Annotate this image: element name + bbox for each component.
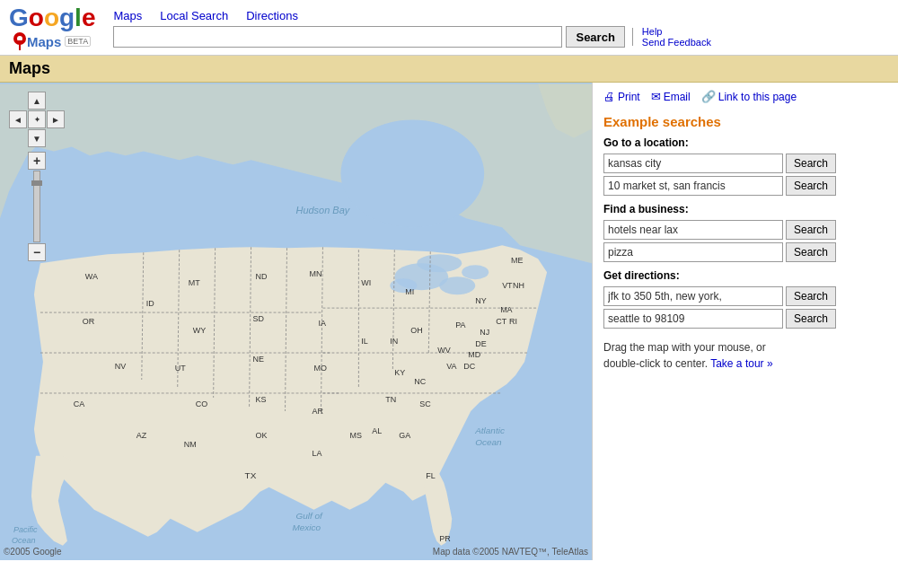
business-search-btn-1[interactable]: Search (786, 220, 836, 240)
business-example-row-1: Search (603, 220, 887, 240)
logo-o1: o (29, 4, 44, 31)
example-searches-title: Example searches (603, 114, 887, 129)
logo-l: l (75, 4, 82, 31)
zoom-out-button[interactable]: − (28, 243, 46, 261)
get-directions-title: Get directions: (603, 269, 887, 282)
svg-text:OK: OK (256, 431, 268, 440)
svg-text:MN: MN (309, 269, 321, 278)
svg-text:ME: ME (511, 256, 523, 265)
pan-center-button[interactable]: ✦ (28, 110, 46, 128)
svg-text:Ocean: Ocean (475, 437, 502, 447)
nav-down-row: ▼ (28, 129, 46, 147)
svg-text:VT: VT (502, 281, 513, 290)
directions-search-btn-1[interactable]: Search (786, 286, 836, 306)
svg-text:ID: ID (146, 299, 154, 308)
location-search-btn-2[interactable]: Search (786, 176, 836, 196)
print-link[interactable]: 🖨 Print (603, 90, 640, 103)
feedback-link[interactable]: Send Feedback (642, 37, 711, 48)
location-input-1[interactable] (603, 154, 783, 173)
logo-g2: g (59, 4, 75, 31)
nav-directions-link[interactable]: Directions (246, 9, 298, 22)
map-container[interactable]: WA OR CA ID NV AZ MT WY UT CO NM ND SD (0, 83, 593, 560)
svg-text:UT: UT (175, 364, 186, 373)
svg-text:WY: WY (193, 326, 206, 335)
svg-text:MI: MI (405, 287, 414, 296)
svg-text:MA: MA (500, 305, 512, 314)
zoom-track[interactable] (33, 171, 40, 242)
main-search-button[interactable]: Search (566, 26, 624, 48)
zoom-slider-area: + − (28, 152, 46, 261)
main-search-input[interactable] (113, 26, 562, 48)
svg-point-7 (439, 276, 475, 294)
logo-e: e (82, 4, 96, 31)
svg-text:GA: GA (399, 431, 410, 440)
zoom-thumb[interactable] (31, 180, 42, 186)
location-search-btn-1[interactable]: Search (786, 154, 836, 173)
pan-right-button[interactable]: ► (47, 110, 65, 128)
svg-text:DE: DE (475, 339, 486, 348)
directions-input-1[interactable] (603, 286, 783, 306)
map-svg: WA OR CA ID NV AZ MT WY UT CO NM ND SD (0, 83, 592, 560)
svg-text:OH: OH (410, 326, 422, 335)
email-icon: ✉ (651, 90, 661, 103)
svg-text:AR: AR (312, 407, 323, 416)
pan-down-button[interactable]: ▼ (28, 129, 46, 147)
svg-text:VA: VA (446, 362, 456, 371)
link-icon: 🔗 (701, 90, 716, 103)
svg-text:NM: NM (184, 440, 197, 449)
svg-text:NJ: NJ (480, 328, 489, 337)
google-logo: Google (9, 5, 95, 31)
pan-up-button[interactable]: ▲ (28, 92, 46, 110)
svg-text:CO: CO (196, 399, 207, 408)
svg-text:IA: IA (318, 319, 325, 328)
svg-text:KS: KS (256, 395, 267, 404)
email-label: Email (664, 91, 691, 103)
svg-text:AZ: AZ (136, 431, 147, 440)
link-label: Link to this page (718, 91, 797, 103)
svg-text:NV: NV (115, 362, 126, 371)
svg-text:MO: MO (313, 364, 326, 373)
directions-input-2[interactable] (603, 309, 783, 329)
svg-text:SC: SC (419, 399, 431, 408)
svg-text:Hudson Bay: Hudson Bay (296, 205, 351, 215)
take-a-tour-link[interactable]: Take a tour » (710, 357, 772, 370)
business-input-1[interactable] (603, 220, 783, 240)
link-to-page-link[interactable]: 🔗 Link to this page (701, 90, 797, 103)
svg-text:Ocean: Ocean (12, 536, 35, 545)
location-input-2[interactable] (603, 176, 783, 196)
svg-text:MS: MS (349, 431, 361, 440)
svg-text:Gulf of: Gulf of (296, 511, 324, 521)
svg-point-5 (340, 119, 484, 227)
logo-o2: o (44, 4, 59, 31)
svg-text:FL: FL (426, 471, 435, 480)
pan-left-button[interactable]: ◄ (9, 110, 27, 128)
svg-text:ND: ND (256, 272, 268, 281)
nav-local-search-link[interactable]: Local Search (160, 9, 228, 22)
go-to-location-title: Go to a location: (603, 136, 887, 149)
map-copyright: ©2005 Google (4, 547, 62, 557)
svg-text:PR: PR (439, 534, 451, 543)
svg-point-9 (462, 265, 489, 279)
nav-mid-row: ◄ ✦ ► (9, 110, 65, 128)
svg-text:NY: NY (475, 296, 486, 305)
print-icon: 🖨 (603, 90, 615, 103)
svg-text:PA: PA (455, 320, 465, 329)
svg-point-8 (417, 254, 462, 272)
business-search-btn-2[interactable]: Search (786, 242, 836, 262)
nav-maps-link[interactable]: Maps (113, 9, 142, 22)
main-content: WA OR CA ID NV AZ MT WY UT CO NM ND SD (0, 83, 898, 560)
directions-search-btn-2[interactable]: Search (786, 309, 836, 329)
svg-text:WI: WI (361, 278, 371, 287)
zoom-in-button[interactable]: + (28, 152, 46, 170)
email-link[interactable]: ✉ Email (651, 90, 691, 103)
logo-area: Google Maps BETA (9, 5, 95, 51)
logo-g: G (9, 4, 29, 31)
maps-pin-icon (13, 31, 27, 51)
directions-example-row-2: Search (603, 309, 887, 329)
help-area: Help Send Feedback (642, 26, 711, 48)
help-link[interactable]: Help (642, 26, 711, 37)
svg-text:KY: KY (394, 368, 405, 377)
business-input-2[interactable] (603, 242, 783, 262)
page-title: Maps (9, 59, 50, 77)
svg-text:RI: RI (509, 317, 517, 326)
